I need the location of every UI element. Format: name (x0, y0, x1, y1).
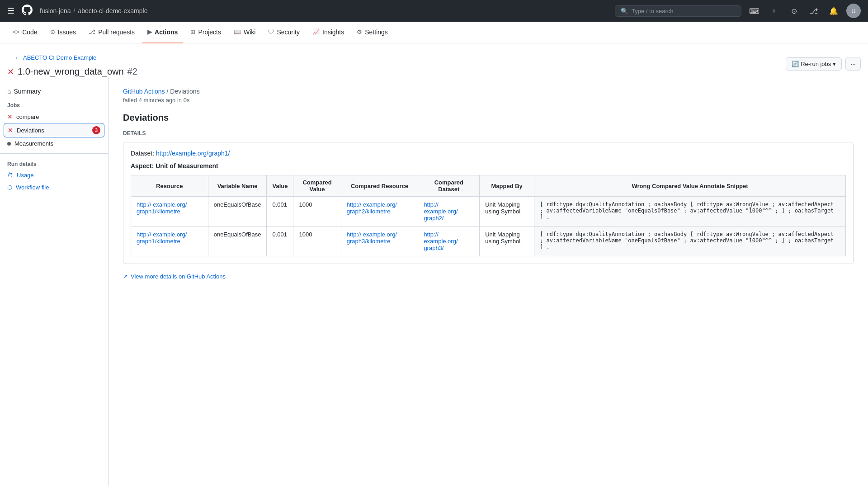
back-link[interactable]: ← ABECTO CI Demo Example (7, 51, 137, 65)
search-box[interactable]: 🔍 Type / to search (615, 5, 741, 17)
external-link-icon: ↗ (123, 273, 128, 280)
search-icon: 🔍 (621, 8, 628, 14)
compared-resource-link-0[interactable]: http:// example.org/ graph2/kilometre (347, 201, 397, 215)
nav-label-pull-requests: Pull requests (98, 28, 135, 36)
sidebar-item-measurements[interactable]: Measurements (0, 137, 108, 150)
col-compared-value: Compared Value (293, 175, 341, 197)
cell-variable-name-0: oneEqualsOfBase (208, 197, 267, 226)
cell-value-0: 0.001 (267, 197, 293, 226)
run-details-label: Run details (0, 157, 108, 169)
nav-item-actions[interactable]: ▶ Actions (142, 22, 183, 43)
nav-item-wiki[interactable]: 📖 Wiki (228, 22, 261, 43)
run-number: #2 (127, 66, 137, 77)
table-header-row: Resource Variable Name Value Compared Va… (131, 175, 846, 197)
status-text: failed 4 minutes ago in 0s (123, 97, 854, 104)
top-navigation: ☰ fusion-jena / abecto-ci-demo-example 🔍… (0, 0, 868, 22)
dataset-card: Dataset: http://example.org/graph1/ Aspe… (123, 142, 854, 264)
github-logo[interactable] (22, 5, 33, 18)
compared-resource-link-1[interactable]: http:// example.org/ graph3/kilometre (347, 231, 397, 245)
table-row: http:// example.org/ graph1/kilometre on… (131, 197, 846, 226)
nav-item-pull-requests[interactable]: ⎇ Pull requests (83, 22, 140, 43)
view-more-link[interactable]: ↗ View more details on GitHub Actions (123, 273, 854, 280)
jobs-section-label: Jobs (0, 99, 108, 110)
breadcrumb-current: Deviations (170, 88, 199, 95)
nav-item-projects[interactable]: ⊞ Projects (185, 22, 226, 43)
avatar[interactable]: U (846, 4, 861, 18)
github-actions-link[interactable]: GitHub Actions (123, 88, 165, 95)
back-link-label: ABECTO CI Demo Example (23, 54, 96, 61)
table-row: http:// example.org/ graph1/kilometre on… (131, 226, 846, 256)
nav-label-security: Security (277, 28, 300, 36)
cell-resource-1: http:// example.org/ graph1/kilometre (131, 226, 208, 256)
search-placeholder: Type / to search (632, 8, 674, 14)
sidebar-item-workflow-file[interactable]: ⬡ Workflow file (0, 181, 108, 193)
repo-breadcrumb: fusion-jena / abecto-ci-demo-example (40, 7, 147, 14)
issues-btn[interactable]: ⊙ (787, 4, 801, 18)
col-compared-resource: Compared Resource (341, 175, 418, 197)
dataset-url-link[interactable]: http://example.org/graph1/ (156, 150, 230, 157)
cell-compared-dataset-0: http:// example.org/ graph2/ (418, 197, 480, 226)
actions-icon: ▶ (147, 28, 152, 35)
cell-value-1: 0.001 (267, 226, 293, 256)
resource-link-1[interactable]: http:// example.org/ graph1/kilometre (137, 231, 187, 245)
cell-mapped-by-0: Unit Mapping using Symbol (480, 197, 534, 226)
wiki-icon: 📖 (234, 28, 241, 35)
usage-label: Usage (17, 172, 34, 179)
dataset-title: Dataset: http://example.org/graph1/ (131, 150, 846, 157)
summary-item[interactable]: ⌂ Summary (0, 84, 108, 99)
org-link[interactable]: fusion-jena (40, 7, 71, 14)
cell-compared-value-1: 1000 (293, 226, 341, 256)
cell-variable-name-1: oneEqualsOfBase (208, 226, 267, 256)
nav-label-insights: Insights (322, 28, 344, 36)
aspect-title: Aspect: Unit of Measurement (131, 162, 846, 170)
sidebar-item-deviations[interactable]: ✕ Deviations 3 (4, 123, 104, 137)
cell-compared-dataset-1: http:// example.org/ graph3/ (418, 226, 480, 256)
nav-item-issues[interactable]: ⊙ Issues (45, 22, 81, 43)
insights-icon: 📈 (312, 28, 320, 35)
cell-compared-resource-0: http:// example.org/ graph2/kilometre (341, 197, 418, 226)
nav-item-code[interactable]: <> Code (7, 22, 43, 43)
cell-resource-0: http:// example.org/ graph1/kilometre (131, 197, 208, 226)
nav-item-security[interactable]: 🛡 Security (263, 22, 305, 43)
resource-link-0[interactable]: http:// example.org/ graph1/kilometre (137, 201, 187, 215)
notifications-btn[interactable]: 🔔 (826, 4, 841, 18)
usage-icon: ⏱ (7, 172, 13, 179)
nav-label-settings: Settings (365, 28, 388, 36)
col-compared-dataset: Compared Dataset (418, 175, 480, 197)
cell-snippet-1: [ rdf:type dqv:QualityAnnotation ; oa:ha… (534, 226, 846, 256)
hamburger-menu[interactable]: ☰ (7, 6, 14, 16)
repo-link[interactable]: abecto-ci-demo-example (78, 7, 147, 14)
sidebar-item-compare[interactable]: ✕ compare (0, 110, 108, 123)
deviations-error-icon: ✕ (8, 127, 13, 134)
issues-nav-icon: ⊙ (50, 28, 55, 35)
re-run-chevron-icon: ▾ (833, 61, 836, 67)
compared-dataset-link-1[interactable]: http:// example.org/ graph3/ (424, 231, 458, 251)
nav-item-insights[interactable]: 📈 Insights (307, 22, 349, 43)
code-icon: <> (13, 28, 19, 35)
command-palette-btn[interactable]: ⌨ (747, 4, 761, 18)
col-snippet: Wrong Compared Value Annotate Snippet (534, 175, 846, 197)
details-label: DETAILS (123, 130, 854, 137)
more-options-button[interactable]: ··· (845, 57, 861, 71)
re-run-button[interactable]: 🔄 Re-run jobs ▾ (786, 57, 842, 71)
run-error-icon: ✕ (7, 67, 14, 77)
nav-item-settings[interactable]: ⚙ Settings (351, 22, 393, 43)
back-arrow-icon: ← (14, 54, 20, 61)
compare-error-icon: ✕ (7, 113, 13, 120)
view-more-label: View more details on GitHub Actions (131, 273, 226, 280)
security-icon: 🛡 (268, 28, 274, 35)
compared-dataset-link-0[interactable]: http:// example.org/ graph2/ (424, 201, 458, 222)
workflow-name: 1.0-new_wrong_data_own (18, 66, 124, 77)
sidebar-item-usage[interactable]: ⏱ Usage (0, 169, 108, 181)
workflow-file-label: Workflow file (16, 184, 49, 191)
new-btn[interactable]: ＋ (767, 4, 781, 18)
summary-label: Summary (14, 88, 41, 95)
col-value: Value (267, 175, 293, 197)
deviations-count-badge: 3 (92, 126, 100, 134)
main-layout: ⌂ Summary Jobs ✕ compare ✕ Deviations 3 … (0, 77, 868, 486)
pull-requests-btn[interactable]: ⎇ (807, 4, 821, 18)
content-breadcrumb: GitHub Actions / Deviations (123, 88, 854, 95)
nav-label-code: Code (22, 28, 37, 36)
compare-label: compare (16, 113, 39, 120)
deviations-label: Deviations (17, 127, 44, 134)
